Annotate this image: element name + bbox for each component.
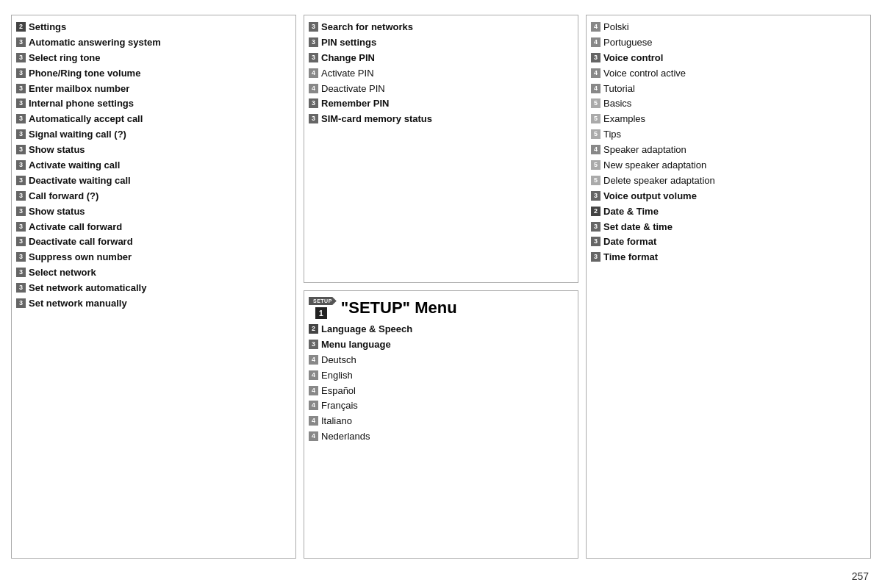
item-label: Enter mailbox number: [29, 83, 129, 96]
level-badge: 5: [591, 114, 600, 123]
list-item: 3SIM-card memory status: [309, 113, 573, 126]
list-item: 3Signal waiting call (?): [16, 129, 291, 141]
item-label: Signal waiting call (?): [29, 129, 126, 141]
list-item: 4Activate PIN: [309, 68, 573, 80]
list-item: 3Date format: [591, 236, 866, 248]
middle-lower-box: SETUP1"SETUP" Menu2Language & Speech3Men…: [304, 290, 578, 559]
item-label: Voice output volume: [603, 190, 697, 203]
item-label: Voice control active: [603, 68, 686, 80]
item-label: Date format: [603, 236, 656, 248]
level-badge: 4: [591, 84, 600, 93]
setup-header: SETUP1"SETUP" Menu: [309, 297, 573, 319]
list-item: 3Enter mailbox number: [16, 83, 291, 96]
list-item: 4Italiano: [309, 415, 573, 428]
list-item: 2Date & Time: [591, 206, 866, 218]
item-label: Phone/Ring tone volume: [29, 68, 140, 80]
item-label: Call forward (?): [29, 190, 98, 203]
list-item: 3Set network manually: [16, 298, 291, 310]
setup-icon: SETUP: [309, 297, 337, 305]
level-badge: 3: [591, 191, 600, 201]
item-label: Deactivate call forward: [29, 236, 133, 248]
level-badge: 3: [309, 340, 318, 349]
item-label: Examples: [603, 113, 645, 126]
item-label: Remember PIN: [321, 98, 389, 110]
level-badge: 3: [16, 298, 26, 308]
item-label: Français: [321, 400, 358, 412]
item-label: Suppress own number: [29, 251, 132, 264]
level-badge: 2: [309, 324, 318, 334]
item-label: Show status: [29, 144, 85, 157]
item-label: Tips: [603, 129, 621, 141]
middle-column: 3Search for networks3PIN settings3Change…: [304, 15, 578, 559]
list-item: 5Delete speaker adaptation: [591, 175, 866, 187]
level-badge: 3: [16, 98, 26, 108]
item-label: Tutorial: [603, 83, 635, 96]
list-item: 3Select network: [16, 267, 291, 279]
item-label: Activate call forward: [29, 221, 122, 234]
list-item: 3Deactivate call forward: [16, 236, 291, 248]
list-item: 3Internal phone settings: [16, 98, 291, 110]
item-label: Automatic answering system: [29, 37, 161, 49]
item-label: Español: [321, 385, 356, 398]
list-item: 3Search for networks: [309, 21, 573, 34]
left-column: 2Settings3Automatic answering system3Sel…: [11, 15, 296, 559]
item-label: Select network: [29, 267, 96, 279]
list-item: 2Settings: [16, 21, 291, 34]
level-badge: 4: [309, 68, 318, 78]
item-label: Polski: [603, 21, 629, 34]
list-item: 5New speaker adaptation: [591, 159, 866, 172]
level-badge: 3: [16, 237, 26, 246]
item-label: Italiano: [321, 415, 352, 428]
list-item: 4Speaker adaptation: [591, 144, 866, 157]
list-item: 3Set date & time: [591, 221, 866, 234]
list-item: 4Français: [309, 400, 573, 412]
level-badge: 3: [309, 53, 318, 62]
list-item: 3Voice output volume: [591, 190, 866, 203]
level-badge: 3: [591, 53, 600, 62]
list-item: 3Set network automatically: [16, 282, 291, 295]
item-label: Change PIN: [321, 52, 375, 65]
item-label: Speaker adaptation: [603, 144, 686, 157]
level-badge: 3: [16, 222, 26, 232]
item-label: Deactivate waiting call: [29, 175, 131, 187]
list-item: 3Automatic answering system: [16, 37, 291, 49]
level-badge: 4: [309, 386, 318, 395]
list-item: 5Tips: [591, 129, 866, 141]
level-badge: 3: [16, 37, 26, 47]
item-label: Set network automatically: [29, 282, 146, 295]
item-label: Language & Speech: [321, 323, 412, 336]
list-item: 4Portuguese: [591, 37, 866, 49]
item-label: Nederlands: [321, 431, 370, 443]
list-item: 3Automatically accept call: [16, 113, 291, 126]
list-item: 3Remember PIN: [309, 98, 573, 110]
item-label: Set date & time: [603, 221, 673, 234]
page-container: 2Settings3Automatic answering system3Sel…: [0, 0, 882, 573]
list-item: 3Phone/Ring tone volume: [16, 68, 291, 80]
item-label: Portuguese: [603, 37, 653, 49]
list-item: 3Activate call forward: [16, 221, 291, 234]
setup-badge: 1: [315, 307, 327, 319]
list-item: 4Deactivate PIN: [309, 83, 573, 96]
level-badge: 3: [309, 114, 318, 123]
level-badge: 4: [309, 416, 318, 426]
list-item: 3Voice control: [591, 52, 866, 65]
list-item: 3PIN settings: [309, 37, 573, 49]
item-label: Menu language: [321, 339, 391, 351]
item-label: Basics: [603, 98, 631, 110]
list-item: 3Suppress own number: [16, 251, 291, 264]
level-badge: 4: [591, 145, 600, 154]
level-badge: 5: [591, 160, 600, 170]
item-label: Time format: [603, 251, 658, 264]
list-item: 4Español: [309, 385, 573, 398]
item-label: Automatically accept call: [29, 113, 143, 126]
list-item: 3Activate waiting call: [16, 159, 291, 172]
list-item: 4Tutorial: [591, 83, 866, 96]
item-label: Search for networks: [321, 21, 413, 34]
item-label: Set network manually: [29, 298, 127, 310]
item-label: Delete speaker adaptation: [603, 175, 715, 187]
level-badge: 5: [591, 129, 600, 139]
list-item: 3Select ring tone: [16, 52, 291, 65]
list-item: 4Polski: [591, 21, 866, 34]
item-label: Activate waiting call: [29, 159, 120, 172]
list-item: 3Deactivate waiting call: [16, 175, 291, 187]
